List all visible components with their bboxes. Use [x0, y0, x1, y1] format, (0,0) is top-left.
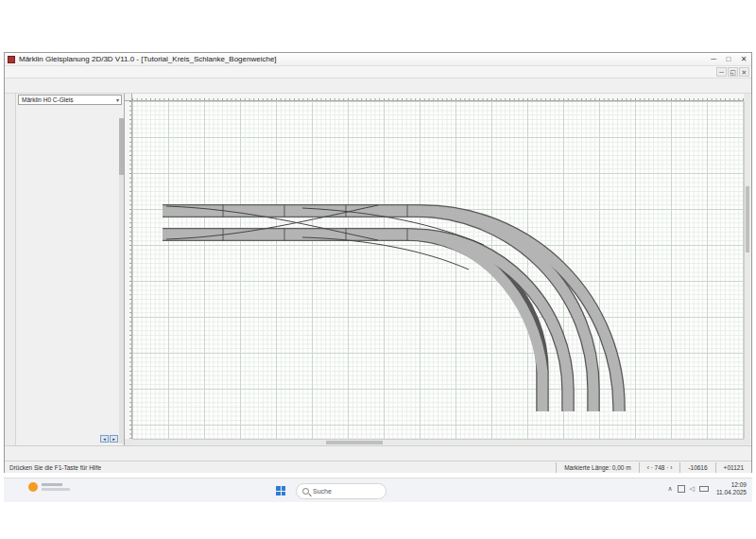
tray-time: 12:09	[716, 481, 747, 489]
horizontal-scrollbar[interactable]	[132, 439, 744, 445]
status-marked-length: Markierte Länge: 0,00 m	[556, 462, 638, 473]
side-toolbar	[5, 94, 16, 445]
sun-icon	[28, 482, 38, 492]
close-button[interactable]: ✕	[736, 54, 751, 65]
windows-taskbar: Suche ∧ ◁ 12:09 11.04.2025	[4, 478, 752, 502]
mdi-minimize-button[interactable]: ─	[716, 67, 727, 77]
tray-chevron-icon[interactable]: ∧	[667, 485, 672, 493]
track-plan-canvas[interactable]	[132, 101, 744, 439]
system-tray: ∧ ◁ 12:09 11.04.2025	[664, 481, 747, 496]
status-bar: Drücken Sie die F1-Taste für Hilfe Marki…	[5, 461, 751, 473]
status-zoom: ‹ · 748 · ›	[639, 462, 680, 473]
canvas-area	[125, 94, 750, 445]
layer-bar	[5, 445, 751, 461]
ruler-left	[125, 101, 132, 439]
track-library-panel: Märklin H0 C-Gleis ▾ ◂ ▸	[16, 94, 125, 445]
maximize-button[interactable]: □	[721, 54, 736, 65]
widget-text	[42, 483, 70, 491]
ruler-top	[132, 94, 744, 101]
search-icon	[302, 488, 309, 495]
library-selector-label: Märklin H0 C-Gleis	[22, 96, 74, 103]
library-selector-dropdown[interactable]: Märklin H0 C-Gleis ▾	[18, 95, 122, 105]
track-beds	[163, 211, 619, 411]
vertical-scrollbar[interactable]	[744, 101, 750, 439]
tray-date: 11.04.2025	[716, 489, 747, 496]
library-toolbar	[18, 106, 122, 117]
main-toolbar	[5, 78, 751, 94]
menu-bar: ─ ◱ ✕	[5, 66, 751, 78]
minimize-button[interactable]: ─	[706, 54, 721, 65]
status-coord-y: +01121	[715, 462, 751, 473]
volume-icon[interactable]: ◁	[690, 485, 695, 493]
network-icon[interactable]	[678, 485, 685, 493]
status-help-text: Drücken Sie die F1-Taste für Hilfe	[5, 464, 556, 471]
clock[interactable]: 12:09 11.04.2025	[716, 481, 747, 496]
status-coord-x: -10616	[679, 462, 714, 473]
taskbar-search[interactable]: Suche	[296, 483, 387, 499]
search-placeholder: Suche	[313, 488, 332, 495]
library-scrollbar[interactable]	[119, 118, 124, 443]
chevron-down-icon: ▾	[116, 96, 119, 105]
library-page-prev-button[interactable]: ◂	[100, 435, 109, 443]
ruler-corner	[125, 94, 132, 101]
start-button[interactable]	[271, 481, 290, 500]
windows-logo-icon	[276, 486, 285, 496]
title-bar: Märklin Gleisplanung 2D/3D V11.0 - [Tuto…	[5, 53, 751, 66]
library-page-next-button[interactable]: ▸	[110, 435, 118, 443]
library-grid	[17, 118, 119, 443]
app-window: Märklin Gleisplanung 2D/3D V11.0 - [Tuto…	[4, 52, 752, 473]
window-title: Märklin Gleisplanung 2D/3D V11.0 - [Tuto…	[19, 55, 277, 63]
mdi-restore-button[interactable]: ◱	[728, 67, 738, 77]
mdi-close-button[interactable]: ✕	[739, 67, 749, 77]
app-icon	[8, 56, 15, 63]
weather-widget[interactable]	[28, 482, 70, 492]
battery-icon[interactable]	[699, 486, 709, 492]
